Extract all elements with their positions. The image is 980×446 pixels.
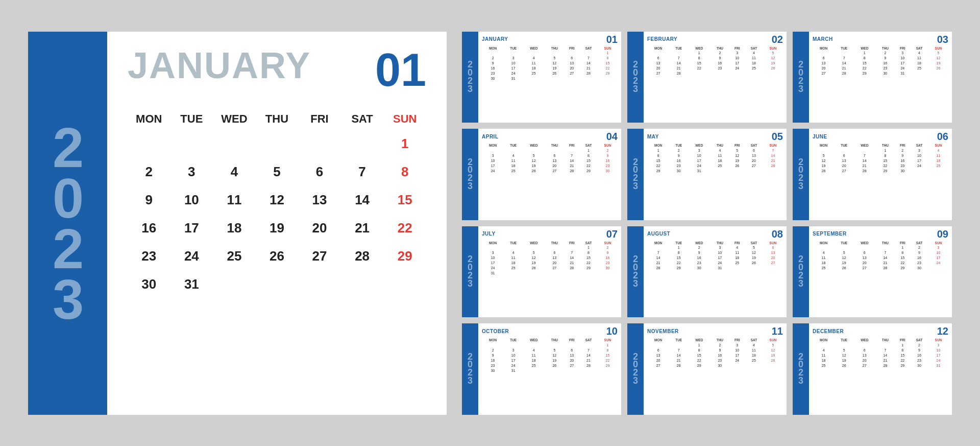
mini-day-cell bbox=[545, 76, 564, 81]
main-day-cell: 13 bbox=[298, 186, 341, 214]
mini-day-cell: 22 bbox=[853, 66, 875, 71]
mini-day-header: THU bbox=[875, 241, 895, 245]
mini-month-name: MARCH bbox=[813, 36, 833, 42]
mini-day-cell: 29 bbox=[895, 266, 910, 271]
mini-calendar-november: 2023NOVEMBER11MONTUEWEDTHUFRISATSUN12345… bbox=[627, 323, 787, 415]
mini-day-cell: 16 bbox=[910, 353, 928, 358]
mini-day-cell bbox=[647, 342, 669, 347]
mini-content: DECEMBER12MONTUEWEDTHUFRISATSUN123456789… bbox=[809, 323, 952, 415]
mini-day-cell: 13 bbox=[564, 353, 579, 358]
mini-day-cell bbox=[853, 245, 875, 250]
mini-day-cell: 31 bbox=[504, 76, 523, 81]
mini-day-cell: 27 bbox=[853, 266, 875, 271]
mini-day-cell: 30 bbox=[910, 363, 928, 368]
mini-day-cell: 11 bbox=[710, 153, 729, 158]
mini-day-cell: 24 bbox=[504, 71, 523, 76]
mini-day-cell: 22 bbox=[688, 358, 710, 363]
mini-day-cell: 31 bbox=[504, 368, 523, 373]
mini-day-cell: 16 bbox=[482, 358, 504, 363]
mini-day-cell bbox=[545, 271, 564, 276]
mini-day-cell: 28 bbox=[853, 168, 875, 173]
mini-day-cell: 8 bbox=[688, 347, 710, 353]
mini-day-cell: 3 bbox=[710, 245, 729, 250]
mini-day-header: TUE bbox=[835, 46, 853, 51]
mini-day-cell: 19 bbox=[928, 61, 948, 66]
mini-day-header: SAT bbox=[579, 46, 598, 51]
mini-sidebar: 2023 bbox=[793, 323, 809, 415]
main-day-cell bbox=[256, 270, 299, 298]
mini-day-header: TUE bbox=[669, 46, 688, 51]
mini-day-header: SUN bbox=[763, 241, 783, 245]
main-content: JANUARY 01 MON TUE WED THU FRI SAT SUN 1… bbox=[107, 32, 447, 415]
mini-day-cell: 26 bbox=[763, 66, 783, 71]
mini-month-number: 10 bbox=[606, 326, 618, 336]
mini-day-cell: 2 bbox=[910, 245, 928, 250]
mini-day-cell: 10 bbox=[729, 347, 745, 353]
mini-day-cell bbox=[688, 71, 710, 76]
mini-sidebar: 2023 bbox=[793, 129, 809, 220]
mini-day-cell: 4 bbox=[745, 342, 763, 347]
mini-day-cell bbox=[853, 148, 875, 153]
mini-month-name: SEPTEMBER bbox=[813, 231, 847, 237]
mini-day-cell: 8 bbox=[598, 347, 618, 353]
mini-calendar-august: 2023AUGUST08MONTUEWEDTHUFRISATSUN1234567… bbox=[627, 226, 787, 318]
mini-day-header: SUN bbox=[928, 46, 948, 51]
mini-day-cell bbox=[835, 245, 853, 250]
mini-day-cell: 3 bbox=[688, 148, 710, 153]
mini-day-cell: 23 bbox=[910, 358, 928, 363]
mini-day-cell: 15 bbox=[895, 255, 910, 261]
main-year-d4: 3 bbox=[53, 274, 83, 324]
mini-day-cell: 2 bbox=[710, 51, 729, 56]
mini-day-cell bbox=[875, 342, 895, 347]
mini-day-header: SUN bbox=[598, 338, 618, 342]
mini-day-cell: 5 bbox=[835, 250, 853, 255]
main-day-cell: 7 bbox=[341, 158, 384, 186]
mini-year-digit: 3 bbox=[798, 182, 803, 191]
mini-day-cell: 18 bbox=[745, 61, 763, 66]
mini-day-cell: 17 bbox=[688, 158, 710, 163]
mini-day-cell: 29 bbox=[853, 71, 875, 76]
mini-day-cell: 1 bbox=[895, 245, 910, 250]
mini-day-header: TUE bbox=[835, 338, 853, 342]
mini-day-cell bbox=[835, 51, 853, 56]
main-day-cell: 30 bbox=[128, 270, 170, 298]
mini-day-cell: 18 bbox=[745, 353, 763, 358]
mini-day-cell: 18 bbox=[910, 61, 928, 66]
mini-day-cell: 20 bbox=[564, 66, 579, 71]
mini-month-name: APRIL bbox=[482, 134, 499, 139]
mini-day-cell: 3 bbox=[729, 342, 745, 347]
mini-day-cell: 15 bbox=[895, 353, 910, 358]
main-day-cell bbox=[341, 130, 384, 158]
mini-day-cell: 24 bbox=[729, 358, 745, 363]
main-day-cell: 15 bbox=[383, 186, 426, 214]
mini-day-cell: 7 bbox=[579, 347, 598, 353]
main-day-cell: 11 bbox=[213, 186, 256, 214]
mini-day-cell: 21 bbox=[763, 158, 783, 163]
mini-day-cell: 25 bbox=[745, 66, 763, 71]
mini-day-cell: 28 bbox=[564, 266, 579, 271]
mini-day-cell bbox=[545, 51, 564, 56]
mini-day-cell: 15 bbox=[647, 158, 669, 163]
mini-calendar-january: 2023JANUARY01MONTUEWEDTHUFRISATSUN123456… bbox=[462, 32, 621, 123]
mini-day-cell: 23 bbox=[910, 261, 928, 266]
mini-day-cell: 20 bbox=[763, 255, 783, 261]
mini-day-header: SAT bbox=[910, 338, 928, 342]
main-year: 2 0 2 3 bbox=[53, 122, 83, 324]
mini-day-cell: 26 bbox=[729, 163, 745, 168]
main-day-cell bbox=[341, 270, 384, 298]
mini-sidebar: 2023 bbox=[793, 32, 809, 123]
mini-day-header: SUN bbox=[763, 143, 783, 148]
mini-day-cell bbox=[545, 368, 564, 373]
mini-day-cell: 26 bbox=[835, 363, 853, 368]
mini-day-cell: 21 bbox=[564, 163, 579, 168]
mini-day-cell bbox=[598, 271, 618, 276]
mini-day-cell: 28 bbox=[835, 71, 853, 76]
mini-day-cell: 4 bbox=[813, 347, 835, 353]
mini-day-cell: 6 bbox=[545, 153, 564, 158]
main-day-cell: 12 bbox=[256, 186, 299, 214]
mini-day-cell: 19 bbox=[813, 163, 835, 168]
mini-day-cell: 20 bbox=[853, 358, 875, 363]
mini-day-cell: 22 bbox=[647, 163, 669, 168]
mini-day-header: SUN bbox=[928, 338, 948, 342]
mini-day-header: TUE bbox=[835, 241, 853, 245]
